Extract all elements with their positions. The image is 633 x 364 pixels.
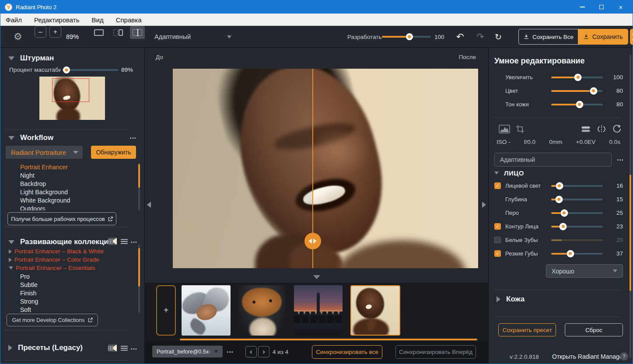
filmstrip-thumb-portrait[interactable]: [350, 285, 400, 336]
save-button[interactable]: Сохранить: [578, 29, 628, 45]
checkbox-unchecked[interactable]: [494, 237, 501, 243]
nav-zoom-slider[interactable]: [63, 65, 119, 75]
presets-menu-icon[interactable]: •••: [131, 347, 137, 351]
scrollbar-thumb[interactable]: [138, 248, 140, 287]
skin-section-header[interactable]: Кожа: [497, 295, 525, 304]
workflow-item[interactable]: Portrait Enhancer: [0, 163, 137, 172]
redo-icon[interactable]: ↷: [476, 26, 484, 48]
get-more-workflows-button[interactable]: Получи больше рабочих процессов: [7, 212, 116, 225]
zoom-in-button[interactable]: +: [49, 26, 61, 38]
tree-toggle-icon[interactable]: [9, 249, 12, 254]
list-view-icon[interactable]: [120, 344, 129, 352]
collection-item[interactable]: Portrait Enhancer – Essentials: [0, 264, 137, 272]
close-button[interactable]: ×: [618, 4, 624, 10]
tree-toggle-icon[interactable]: [9, 258, 12, 262]
filmstrip-thumb-cat[interactable]: [238, 285, 286, 336]
slider-track[interactable]: [551, 212, 603, 214]
grid-view-icon[interactable]: [108, 238, 117, 245]
slider-track[interactable]: [551, 185, 603, 187]
slider-handle[interactable]: [574, 74, 582, 81]
save-preset-button[interactable]: Сохранить пресет: [498, 323, 556, 336]
slider-handle[interactable]: [560, 223, 567, 230]
collection-item[interactable]: Subtle: [0, 280, 137, 289]
view-split-icon[interactable]: [130, 26, 145, 39]
menu-item[interactable]: Справка: [116, 16, 142, 24]
collections-scrollbar[interactable]: [138, 245, 140, 313]
help-icon[interactable]: ?: [620, 352, 628, 360]
sync-all-button[interactable]: Синхронизировать все: [312, 345, 382, 359]
collapse-icon[interactable]: [8, 56, 14, 60]
scrollbar-thumb[interactable]: [138, 164, 140, 188]
quality-dropdown[interactable]: Хорошо: [546, 264, 623, 278]
collection-item[interactable]: Strong: [0, 297, 137, 305]
face-section-header[interactable]: ЛИЦО: [494, 169, 524, 177]
maximize-button[interactable]: [598, 4, 605, 10]
slider-handle[interactable]: [556, 182, 563, 189]
split-tone-icon[interactable]: [581, 125, 590, 133]
histogram-icon[interactable]: [499, 125, 510, 133]
checkbox-checked[interactable]: ✓: [494, 250, 501, 257]
presets-section-header[interactable]: Пресеты (Legacy): [8, 343, 83, 352]
collapse-icon[interactable]: [8, 240, 14, 244]
workflow-preset-dropdown[interactable]: Radiant Portraiture: [6, 146, 83, 159]
menu-item[interactable]: Вид: [92, 16, 104, 24]
menu-item[interactable]: Файл: [6, 16, 22, 24]
preview-image[interactable]: [173, 69, 478, 268]
checkbox-checked[interactable]: ✓: [494, 182, 501, 189]
collection-item[interactable]: Finish: [0, 289, 137, 297]
collapse-filmstrip-icon[interactable]: [313, 275, 320, 279]
collapse-left-panel-icon[interactable]: [147, 202, 151, 208]
crop-icon[interactable]: [516, 125, 525, 133]
collection-item[interactable]: Pro: [0, 272, 137, 280]
save-options-toggle[interactable]: [630, 29, 633, 45]
reset-button[interactable]: Сброс: [565, 323, 623, 336]
collection-item[interactable]: Portrait Enhancer – Black & White: [0, 247, 137, 256]
next-image-button[interactable]: ›: [258, 346, 269, 357]
slider-track[interactable]: [551, 239, 603, 241]
navigator-view-region[interactable]: [52, 78, 89, 102]
slider-track[interactable]: [551, 77, 603, 78]
workflow-menu-icon[interactable]: •••: [130, 136, 136, 140]
undo-icon[interactable]: ↶: [456, 26, 464, 48]
slider-track[interactable]: [551, 226, 603, 228]
collapse-right-panel-icon[interactable]: [482, 202, 486, 208]
add-image-button[interactable]: +: [156, 285, 176, 336]
right-panel-scrollbar[interactable]: [630, 55, 631, 358]
develop-slider[interactable]: [382, 26, 431, 48]
reset-icon[interactable]: ↻: [495, 26, 502, 48]
collection-item[interactable]: Soft: [0, 305, 137, 314]
workflow-item[interactable]: White Background: [0, 196, 137, 205]
workflow-scrollbar[interactable]: [138, 163, 140, 210]
file-menu-icon[interactable]: •••: [227, 350, 234, 354]
list-view-icon[interactable]: [120, 238, 129, 245]
slider-track[interactable]: [551, 90, 603, 92]
minimize-button[interactable]: [579, 4, 585, 10]
view-side-by-side-icon[interactable]: [111, 26, 126, 39]
collapse-icon[interactable]: [494, 172, 499, 175]
grid-view-icon[interactable]: [108, 344, 117, 352]
expand-icon[interactable]: [497, 296, 500, 302]
collections-menu-icon[interactable]: •••: [131, 240, 137, 245]
fit-mode-chevron-icon[interactable]: [227, 26, 231, 48]
slider-handle[interactable]: [555, 196, 563, 203]
develop-slider-handle[interactable]: [406, 33, 413, 40]
filmstrip-scrollbar[interactable]: [180, 339, 477, 340]
expand-icon[interactable]: [8, 345, 12, 351]
open-radiant-manager-link[interactable]: Открыть Radiant Manager: [552, 353, 625, 360]
slider-track[interactable]: [551, 199, 603, 200]
slider-track[interactable]: [551, 104, 603, 105]
slider-handle[interactable]: [576, 101, 583, 108]
filmstrip-thumb-bird[interactable]: [182, 285, 231, 336]
view-fit-mode-dropdown[interactable]: Адаптивный: [154, 26, 191, 48]
menu-item[interactable]: Редактировать: [34, 16, 80, 24]
filmstrip-thumb-city[interactable]: [294, 285, 343, 336]
settings-gear-icon[interactable]: ⚙: [14, 26, 22, 48]
zoom-out-button[interactable]: –: [35, 26, 46, 38]
collection-item[interactable]: Portrait Enhancer – Color Grade: [0, 256, 137, 264]
slider-track[interactable]: [551, 253, 603, 255]
detect-button[interactable]: Обнаружить: [91, 146, 136, 159]
workflow-item[interactable]: Backdrop: [0, 180, 137, 188]
file-dropdown[interactable]: Portrait_before@0.5x-: [152, 346, 223, 357]
slider-handle[interactable]: [560, 209, 568, 217]
workflow-item[interactable]: Light Background: [0, 188, 137, 196]
